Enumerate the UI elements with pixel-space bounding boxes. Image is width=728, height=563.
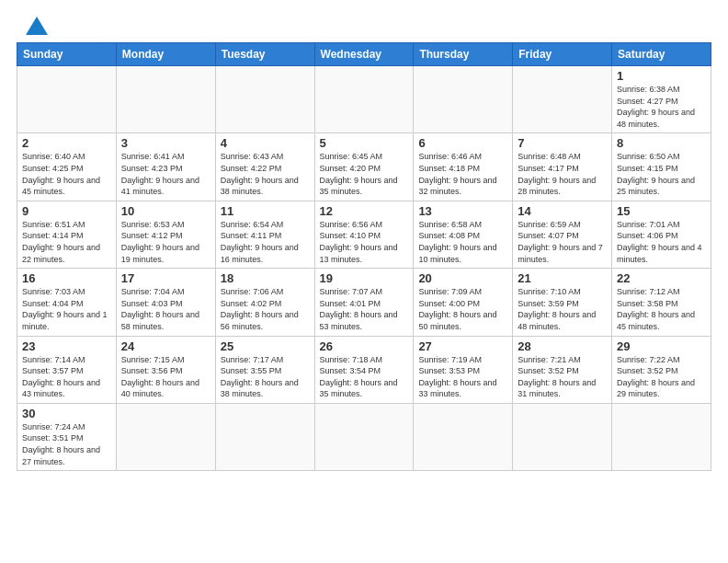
day-info: Sunrise: 6:45 AM Sunset: 4:20 PM Dayligh…: [320, 151, 409, 197]
day-info: Sunrise: 6:54 AM Sunset: 4:11 PM Dayligh…: [221, 219, 310, 265]
calendar: SundayMondayTuesdayWednesdayThursdayFrid…: [17, 42, 711, 471]
day-cell: [314, 66, 414, 133]
day-number: 10: [121, 204, 210, 218]
day-number: 19: [320, 271, 409, 285]
day-cell: 17Sunrise: 7:04 AM Sunset: 4:03 PM Dayli…: [116, 269, 215, 336]
day-number: 20: [418, 271, 507, 285]
day-cell: 10Sunrise: 6:53 AM Sunset: 4:12 PM Dayli…: [116, 201, 215, 268]
day-cell: 14Sunrise: 6:59 AM Sunset: 4:07 PM Dayli…: [513, 201, 612, 268]
day-number: 9: [22, 204, 111, 218]
day-cell: [116, 66, 215, 133]
day-number: 28: [518, 339, 607, 353]
day-info: Sunrise: 7:15 AM Sunset: 3:56 PM Dayligh…: [121, 354, 210, 400]
week-row-3: 9Sunrise: 6:51 AM Sunset: 4:14 PM Daylig…: [17, 201, 711, 268]
day-number: 18: [221, 271, 310, 285]
day-cell: 25Sunrise: 7:17 AM Sunset: 3:55 PM Dayli…: [215, 336, 314, 403]
day-number: 4: [221, 136, 310, 150]
day-info: Sunrise: 6:38 AM Sunset: 4:27 PM Dayligh…: [617, 84, 706, 130]
day-number: 22: [617, 271, 706, 285]
day-number: 8: [617, 136, 706, 150]
day-number: 21: [518, 271, 607, 285]
day-info: Sunrise: 7:19 AM Sunset: 3:53 PM Dayligh…: [418, 354, 507, 400]
day-info: Sunrise: 7:04 AM Sunset: 4:03 PM Dayligh…: [121, 286, 210, 332]
weekday-header-friday: Friday: [513, 43, 612, 66]
day-cell: 20Sunrise: 7:09 AM Sunset: 4:00 PM Dayli…: [414, 269, 513, 336]
day-info: Sunrise: 7:07 AM Sunset: 4:01 PM Dayligh…: [320, 286, 409, 332]
day-info: Sunrise: 7:18 AM Sunset: 3:54 PM Dayligh…: [320, 354, 409, 400]
day-number: 2: [22, 136, 111, 150]
day-info: Sunrise: 6:40 AM Sunset: 4:25 PM Dayligh…: [22, 151, 111, 197]
day-info: Sunrise: 7:03 AM Sunset: 4:04 PM Dayligh…: [22, 286, 111, 332]
day-cell: 13Sunrise: 6:58 AM Sunset: 4:08 PM Dayli…: [414, 201, 513, 268]
logo-area: [17, 17, 48, 35]
day-cell: [513, 403, 612, 470]
day-cell: 21Sunrise: 7:10 AM Sunset: 3:59 PM Dayli…: [513, 269, 612, 336]
day-info: Sunrise: 7:01 AM Sunset: 4:06 PM Dayligh…: [617, 219, 706, 265]
day-number: 24: [121, 339, 210, 353]
day-info: Sunrise: 7:21 AM Sunset: 3:52 PM Dayligh…: [518, 354, 607, 400]
day-cell: 26Sunrise: 7:18 AM Sunset: 3:54 PM Dayli…: [314, 336, 414, 403]
weekday-header-wednesday: Wednesday: [314, 43, 414, 66]
weekday-header-thursday: Thursday: [414, 43, 513, 66]
day-cell: 19Sunrise: 7:07 AM Sunset: 4:01 PM Dayli…: [314, 269, 414, 336]
day-info: Sunrise: 7:10 AM Sunset: 3:59 PM Dayligh…: [518, 286, 607, 332]
day-cell: 1Sunrise: 6:38 AM Sunset: 4:27 PM Daylig…: [612, 66, 711, 133]
day-cell: [414, 66, 513, 133]
day-cell: 11Sunrise: 6:54 AM Sunset: 4:11 PM Dayli…: [215, 201, 314, 268]
day-info: Sunrise: 6:48 AM Sunset: 4:17 PM Dayligh…: [518, 151, 607, 197]
day-cell: 30Sunrise: 7:24 AM Sunset: 3:51 PM Dayli…: [17, 403, 117, 470]
day-info: Sunrise: 6:58 AM Sunset: 4:08 PM Dayligh…: [418, 219, 507, 265]
day-number: 1: [617, 69, 706, 83]
day-cell: 22Sunrise: 7:12 AM Sunset: 3:58 PM Dayli…: [612, 269, 711, 336]
day-cell: 6Sunrise: 6:46 AM Sunset: 4:18 PM Daylig…: [414, 133, 513, 201]
day-number: 17: [121, 271, 210, 285]
day-cell: [612, 403, 711, 470]
day-info: Sunrise: 6:59 AM Sunset: 4:07 PM Dayligh…: [518, 219, 607, 265]
day-cell: 8Sunrise: 6:50 AM Sunset: 4:15 PM Daylig…: [612, 133, 711, 201]
day-number: 16: [22, 271, 111, 285]
week-row-4: 16Sunrise: 7:03 AM Sunset: 4:04 PM Dayli…: [17, 269, 711, 336]
day-info: Sunrise: 7:14 AM Sunset: 3:57 PM Dayligh…: [22, 354, 111, 400]
logo: [17, 17, 48, 35]
page: SundayMondayTuesdayWednesdayThursdayFrid…: [0, 0, 728, 480]
day-number: 27: [418, 339, 507, 353]
day-number: 30: [22, 407, 111, 420]
day-info: Sunrise: 7:06 AM Sunset: 4:02 PM Dayligh…: [221, 286, 310, 332]
day-cell: 7Sunrise: 6:48 AM Sunset: 4:17 PM Daylig…: [513, 133, 612, 201]
day-info: Sunrise: 6:43 AM Sunset: 4:22 PM Dayligh…: [221, 151, 310, 197]
day-number: 26: [320, 339, 409, 353]
day-number: 15: [617, 204, 706, 218]
weekday-header-sunday: Sunday: [17, 43, 117, 66]
day-info: Sunrise: 6:41 AM Sunset: 4:23 PM Dayligh…: [121, 151, 210, 197]
week-row-2: 2Sunrise: 6:40 AM Sunset: 4:25 PM Daylig…: [17, 133, 711, 201]
day-cell: 15Sunrise: 7:01 AM Sunset: 4:06 PM Dayli…: [612, 201, 711, 268]
day-info: Sunrise: 7:12 AM Sunset: 3:58 PM Dayligh…: [617, 286, 706, 332]
day-number: 29: [617, 339, 706, 353]
day-number: 7: [518, 136, 607, 150]
day-info: Sunrise: 6:46 AM Sunset: 4:18 PM Dayligh…: [418, 151, 507, 197]
day-cell: [513, 66, 612, 133]
day-cell: 9Sunrise: 6:51 AM Sunset: 4:14 PM Daylig…: [17, 201, 117, 268]
day-info: Sunrise: 7:22 AM Sunset: 3:52 PM Dayligh…: [617, 354, 706, 400]
day-cell: 23Sunrise: 7:14 AM Sunset: 3:57 PM Dayli…: [17, 336, 117, 403]
day-cell: 27Sunrise: 7:19 AM Sunset: 3:53 PM Dayli…: [414, 336, 513, 403]
day-number: 12: [320, 204, 409, 218]
day-cell: [215, 403, 314, 470]
week-row-1: 1Sunrise: 6:38 AM Sunset: 4:27 PM Daylig…: [17, 66, 711, 133]
day-cell: [116, 403, 215, 470]
day-info: Sunrise: 6:50 AM Sunset: 4:15 PM Dayligh…: [617, 151, 706, 197]
day-cell: 29Sunrise: 7:22 AM Sunset: 3:52 PM Dayli…: [612, 336, 711, 403]
day-cell: 4Sunrise: 6:43 AM Sunset: 4:22 PM Daylig…: [215, 133, 314, 201]
weekday-header-tuesday: Tuesday: [215, 43, 314, 66]
day-info: Sunrise: 7:24 AM Sunset: 3:51 PM Dayligh…: [22, 421, 111, 467]
weekday-header-monday: Monday: [116, 43, 215, 66]
day-number: 14: [518, 204, 607, 218]
day-number: 25: [221, 339, 310, 353]
day-info: Sunrise: 6:51 AM Sunset: 4:14 PM Dayligh…: [22, 219, 111, 265]
header: [17, 17, 711, 35]
day-number: 23: [22, 339, 111, 353]
day-cell: 16Sunrise: 7:03 AM Sunset: 4:04 PM Dayli…: [17, 269, 117, 336]
week-row-6: 30Sunrise: 7:24 AM Sunset: 3:51 PM Dayli…: [17, 403, 711, 470]
day-cell: [17, 66, 117, 133]
day-info: Sunrise: 6:56 AM Sunset: 4:10 PM Dayligh…: [320, 219, 409, 265]
